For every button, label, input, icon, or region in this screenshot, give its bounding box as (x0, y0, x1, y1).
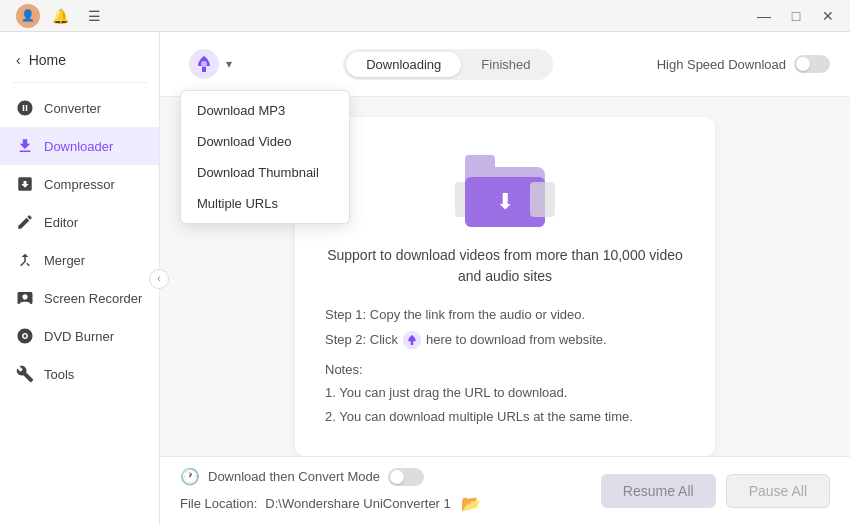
sidebar-label-screen-recorder: Screen Recorder (44, 291, 142, 306)
back-icon: ‹ (16, 52, 21, 68)
footer: 🕐 Download then Convert Mode File Locati… (160, 456, 850, 525)
step2-prefix: Step 2: Click (325, 328, 398, 351)
dropdown-item-thumbnail[interactable]: Download Thumbnail (181, 157, 349, 188)
high-speed-toggle[interactable] (794, 55, 830, 73)
main-header: ▾ Download MP3 Download Video Download T… (160, 32, 850, 97)
screen-recorder-icon (16, 289, 34, 307)
home-label: Home (29, 52, 66, 68)
footer-left: 🕐 Download then Convert Mode File Locati… (180, 467, 483, 515)
sidebar-label-compressor: Compressor (44, 177, 115, 192)
sidebar-item-tools[interactable]: Tools (0, 355, 159, 393)
sidebar-divider (12, 82, 147, 83)
convert-mode-toggle[interactable] (388, 468, 424, 486)
editor-icon (16, 213, 34, 231)
downloader-icon (16, 137, 34, 155)
sidebar: ‹ Home Converter Downloader Compressor (0, 32, 160, 525)
maximize-btn[interactable]: □ (782, 6, 810, 26)
convert-mode-label: Download then Convert Mode (208, 469, 380, 484)
file-location-row: File Location: D:\Wondershare UniConvert… (180, 492, 483, 515)
tools-icon (16, 365, 34, 383)
sidebar-label-downloader: Downloader (44, 139, 113, 154)
sidebar-label-tools: Tools (44, 367, 74, 382)
sidebar-label-merger: Merger (44, 253, 85, 268)
step1-row: Step 1: Copy the link from the audio or … (325, 303, 685, 326)
download-arrow-icon: ⬇ (496, 189, 514, 215)
dvd-burner-icon (16, 327, 34, 345)
step2-suffix: here to download from website. (426, 328, 607, 351)
converter-icon (16, 99, 34, 117)
sidebar-item-editor[interactable]: Editor (0, 203, 159, 241)
step1-text: Step 1: Copy the link from the audio or … (325, 303, 585, 326)
steps: Step 1: Copy the link from the audio or … (325, 303, 685, 428)
support-text: Support to download videos from more tha… (325, 245, 685, 287)
main-content: ▾ Download MP3 Download Video Download T… (160, 32, 850, 525)
folder-tab (465, 155, 495, 167)
file-location-label: File Location: (180, 496, 257, 511)
tab-group: Downloading Finished (343, 49, 553, 80)
close-btn[interactable]: ✕ (814, 6, 842, 26)
svg-point-1 (201, 61, 207, 67)
doc-right (530, 182, 555, 217)
minimize-btn[interactable]: — (750, 6, 778, 26)
title-bar: 👤 🔔 ☰ — □ ✕ (0, 0, 850, 32)
convert-mode-row: 🕐 Download then Convert Mode (180, 467, 483, 486)
tab-downloading[interactable]: Downloading (346, 52, 461, 77)
note1: 1. You can just drag the URL to download… (325, 381, 685, 404)
sidebar-label-editor: Editor (44, 215, 78, 230)
menu-btn[interactable]: ☰ (80, 6, 108, 26)
resume-all-btn[interactable]: Resume All (601, 474, 716, 508)
note2: 2. You can download multiple URLs at the… (325, 405, 685, 428)
high-speed-group: High Speed Download (657, 55, 830, 73)
merger-icon (16, 251, 34, 269)
step2-row: Step 2: Click here to download from webs… (325, 328, 685, 351)
sidebar-item-home[interactable]: ‹ Home (0, 44, 159, 76)
dropdown-menu: Download MP3 Download Video Download Thu… (180, 90, 350, 224)
sidebar-item-dvd-burner[interactable]: DVD Burner (0, 317, 159, 355)
notes-section: Notes: 1. You can just drag the URL to d… (325, 358, 685, 428)
compressor-icon (16, 175, 34, 193)
sidebar-label-converter: Converter (44, 101, 101, 116)
folder-illustration: ⬇ (455, 147, 555, 227)
sidebar-item-screen-recorder[interactable]: Screen Recorder (0, 279, 159, 317)
sidebar-item-downloader[interactable]: Downloader (0, 127, 159, 165)
tab-finished[interactable]: Finished (461, 52, 550, 77)
dropdown-item-multiple[interactable]: Multiple URLs (181, 188, 349, 219)
file-location-value: D:\Wondershare UniConverter 1 (265, 496, 450, 511)
download-card: ⬇ Support to download videos from more t… (295, 117, 715, 456)
sidebar-label-dvd-burner: DVD Burner (44, 329, 114, 344)
avatar-btn[interactable]: 👤 (16, 4, 40, 28)
downloader-logo-icon (188, 48, 220, 80)
sidebar-item-converter[interactable]: Converter (0, 89, 159, 127)
sidebar-item-compressor[interactable]: Compressor (0, 165, 159, 203)
dropdown-item-video[interactable]: Download Video (181, 126, 349, 157)
notes-title: Notes: (325, 358, 685, 381)
dropdown-item-mp3[interactable]: Download MP3 (181, 95, 349, 126)
dropdown-chevron-icon: ▾ (226, 57, 232, 71)
pause-all-btn[interactable]: Pause All (726, 474, 830, 508)
clock-icon: 🕐 (180, 467, 200, 486)
step2-icon (402, 330, 422, 350)
sidebar-item-merger[interactable]: Merger (0, 241, 159, 279)
sidebar-collapse-btn[interactable]: ‹ (149, 269, 169, 289)
downloader-dropdown-trigger[interactable]: ▾ (180, 44, 240, 84)
footer-actions: Resume All Pause All (601, 474, 830, 508)
high-speed-label: High Speed Download (657, 57, 786, 72)
browse-folder-btn[interactable]: 📂 (459, 492, 483, 515)
bell-btn[interactable]: 🔔 (46, 6, 74, 26)
